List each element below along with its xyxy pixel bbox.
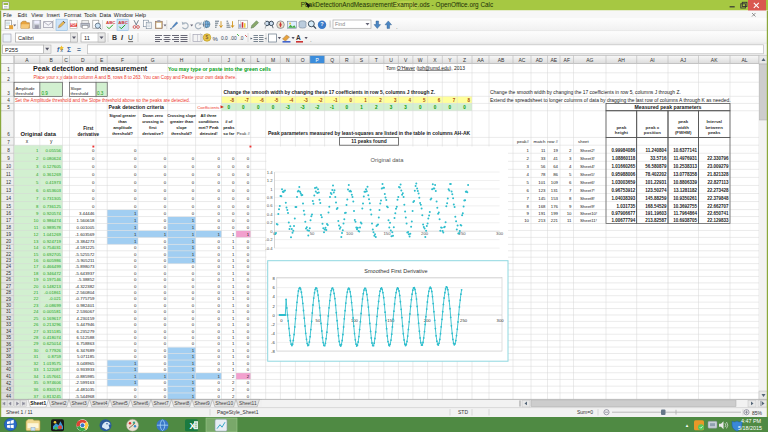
svg-text:0.466499: 0.466499: [43, 264, 62, 269]
svg-text:-5.898073: -5.898073: [75, 264, 95, 269]
svg-text:File: File: [3, 12, 12, 18]
svg-text:23: 23: [34, 303, 39, 308]
svg-text:sheet: sheet: [578, 139, 590, 144]
svg-text:0.986474: 0.986474: [43, 218, 62, 223]
svg-text:10: 10: [6, 164, 12, 169]
svg-text:ABC: ABC: [118, 20, 128, 25]
svg-text:38: 38: [6, 354, 12, 359]
svg-text:41: 41: [553, 156, 558, 161]
svg-text:W: W: [418, 57, 423, 63]
svg-text:10.9350261: 10.9350261: [673, 196, 697, 201]
svg-text:-3: -3: [301, 105, 306, 110]
svg-text:19: 19: [6, 232, 12, 237]
svg-text:15: 15: [34, 252, 39, 257]
svg-text:Window: Window: [114, 12, 133, 18]
svg-text:200: 200: [424, 318, 432, 323]
svg-text:10.6377141: 10.6377141: [673, 148, 697, 153]
svg-text:1: 1: [360, 105, 363, 110]
svg-text:11.4976931: 11.4976931: [673, 156, 697, 161]
svg-text:10.2538313: 10.2538313: [673, 164, 697, 169]
svg-text:Tools: Tools: [84, 12, 97, 18]
svg-text:conditions: conditions: [198, 119, 219, 124]
svg-text:Help: Help: [135, 12, 146, 18]
svg-text:11.240804: 11.240804: [645, 148, 667, 153]
svg-text:12: 12: [6, 180, 12, 185]
svg-text:first: first: [149, 125, 157, 130]
svg-text:AK: AK: [711, 57, 718, 63]
svg-text:height: height: [615, 130, 629, 135]
svg-text:101: 101: [538, 180, 546, 185]
svg-text:All three: All three: [201, 113, 218, 118]
svg-text:peaks: peaks: [223, 125, 235, 130]
svg-text:0.6: 0.6: [267, 203, 273, 208]
svg-text:13: 13: [6, 188, 12, 193]
svg-text:64: 64: [553, 164, 558, 169]
svg-text:23: 23: [6, 258, 12, 263]
svg-text:0.005581: 0.005581: [43, 309, 62, 314]
svg-text:11.7964864: 11.7964864: [673, 211, 697, 216]
svg-text:match: match: [534, 139, 547, 144]
svg-text:.00: .00: [230, 36, 237, 41]
svg-text:-8: -8: [271, 349, 275, 354]
svg-text:123.50274: 123.50274: [645, 188, 667, 193]
svg-text:1.057661: 1.057661: [43, 374, 62, 379]
svg-text:First: First: [83, 126, 93, 131]
svg-text:Sheet11: Sheet11: [239, 401, 257, 406]
svg-text:Q: Q: [330, 57, 334, 63]
svg-text:33.5716: 33.5716: [650, 156, 667, 161]
svg-text:0.974606: 0.974606: [43, 380, 62, 385]
svg-text:M: M: [271, 57, 275, 63]
svg-text:0.4: 0.4: [267, 212, 273, 217]
svg-text:123: 123: [538, 188, 546, 193]
svg-text:19: 19: [553, 148, 558, 153]
svg-text:18: 18: [6, 225, 12, 230]
svg-text:168.54529: 168.54529: [645, 204, 667, 209]
svg-text:AB: AB: [498, 57, 505, 63]
svg-text:5: 5: [7, 105, 10, 110]
svg-text:10: 10: [34, 218, 39, 223]
svg-text:Peak detection and measurement: Peak detection and measurement: [33, 64, 148, 73]
svg-text:3.44446: 3.44446: [79, 211, 95, 216]
svg-text:150: 150: [384, 231, 392, 236]
svg-text:36: 36: [6, 342, 12, 347]
svg-text:AE: AE: [550, 57, 557, 63]
svg-text:168: 168: [538, 204, 546, 209]
svg-text:0.692705: 0.692705: [43, 252, 62, 257]
svg-text:-1.603569: -1.603569: [75, 232, 95, 237]
svg-text:86: 86: [553, 172, 558, 177]
svg-text:109: 109: [551, 180, 559, 185]
svg-text:Sheet 1 / 11: Sheet 1 / 11: [6, 409, 33, 415]
svg-text:56.580879: 56.580879: [645, 164, 667, 169]
svg-text:5.071185: 5.071185: [77, 354, 95, 359]
svg-text:1.041269: 1.041269: [43, 232, 62, 237]
svg-text:amplitude: amplitude: [113, 125, 133, 130]
svg-text:AH: AH: [618, 57, 625, 63]
svg-text:0.731305: 0.731305: [43, 196, 62, 201]
svg-text:1.08860118: 1.08860118: [612, 156, 636, 161]
svg-text:0.0: 0.0: [221, 36, 228, 41]
svg-text:STD: STD: [458, 409, 468, 415]
svg-text:Σ: Σ: [67, 46, 71, 53]
svg-text:crossing in: crossing in: [142, 119, 164, 124]
svg-text:1.01660265: 1.01660265: [611, 164, 635, 169]
svg-text:=: =: [77, 46, 81, 53]
svg-text:34: 34: [34, 374, 39, 379]
svg-text:Sheet1: Sheet1: [30, 401, 46, 406]
svg-text:100: 100: [351, 318, 359, 323]
svg-text:Peak detection criteria: Peak detection criteria: [109, 104, 164, 110]
svg-text:28: 28: [6, 290, 12, 295]
svg-text:0.989578: 0.989578: [43, 225, 62, 230]
svg-text:25: 25: [34, 316, 39, 321]
svg-text:22.662707: 22.662707: [707, 204, 729, 209]
svg-text:-0.021: -0.021: [49, 296, 62, 301]
svg-text:40: 40: [6, 367, 12, 372]
svg-text:36: 36: [34, 387, 39, 392]
svg-text:-0.08699: -0.08699: [44, 303, 62, 308]
svg-text:24: 24: [34, 309, 39, 314]
svg-text:10.6938705: 10.6938705: [673, 218, 697, 223]
svg-text:Slope: Slope: [71, 86, 83, 91]
svg-text:16: 16: [34, 258, 39, 263]
svg-text:0: 0: [346, 105, 349, 110]
svg-text:0.8759: 0.8759: [48, 354, 62, 359]
svg-text:20: 20: [34, 284, 39, 289]
